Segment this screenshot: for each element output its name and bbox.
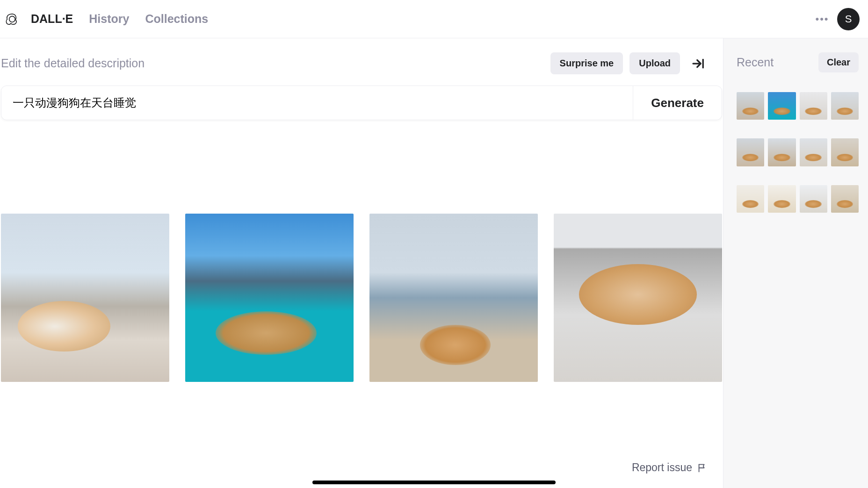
recent-thumb[interactable]	[831, 92, 859, 120]
recent-thumb[interactable]	[800, 138, 827, 166]
recent-thumb[interactable]	[737, 185, 764, 213]
recent-thumb[interactable]	[768, 92, 796, 120]
more-menu-icon[interactable]: •••	[813, 10, 832, 29]
avatar[interactable]: S	[837, 8, 860, 30]
recent-thumb[interactable]	[737, 92, 764, 120]
clear-button[interactable]: Clear	[818, 52, 859, 72]
nav-history[interactable]: History	[89, 12, 129, 26]
recent-thumb[interactable]	[831, 138, 859, 166]
home-indicator	[312, 481, 556, 484]
report-issue-label: Report issue	[632, 461, 692, 474]
prompt-input[interactable]	[1, 86, 633, 120]
recent-thumb[interactable]	[831, 185, 859, 213]
flag-icon	[697, 463, 707, 473]
recent-sidebar: Recent Clear	[723, 38, 868, 488]
result-image[interactable]	[369, 214, 538, 382]
collapse-sidebar-icon[interactable]	[689, 55, 706, 72]
recent-thumb[interactable]	[768, 138, 796, 166]
prompt-bar: Generate	[1, 86, 722, 120]
recent-group	[737, 138, 859, 166]
sub-header: Edit the detailed description Surprise m…	[0, 38, 723, 86]
content-area: Edit the detailed description Surprise m…	[0, 38, 723, 488]
results-grid	[0, 120, 723, 382]
openai-logo-icon[interactable]	[6, 13, 19, 26]
recent-group	[737, 92, 859, 120]
sidebar-header: Recent Clear	[737, 52, 859, 72]
nav-collections[interactable]: Collections	[145, 12, 208, 26]
result-image[interactable]	[554, 214, 722, 382]
surprise-me-button[interactable]: Surprise me	[550, 52, 623, 74]
top-nav: DALL·E History Collections ••• S	[0, 0, 868, 38]
svg-point-0	[9, 16, 15, 22]
recent-thumb[interactable]	[800, 92, 827, 120]
recent-thumb[interactable]	[768, 185, 796, 213]
nav-dalle[interactable]: DALL·E	[31, 12, 73, 26]
page-title: Edit the detailed description	[1, 57, 145, 70]
sidebar-title: Recent	[737, 56, 774, 69]
generate-button[interactable]: Generate	[633, 86, 722, 120]
result-image[interactable]	[185, 214, 354, 382]
report-issue-button[interactable]: Report issue	[632, 461, 707, 474]
result-image[interactable]	[1, 214, 169, 382]
main: Edit the detailed description Surprise m…	[0, 38, 868, 488]
recent-thumb[interactable]	[800, 185, 827, 213]
recent-group	[737, 185, 859, 213]
recent-thumb[interactable]	[737, 138, 764, 166]
upload-button[interactable]: Upload	[629, 52, 680, 74]
